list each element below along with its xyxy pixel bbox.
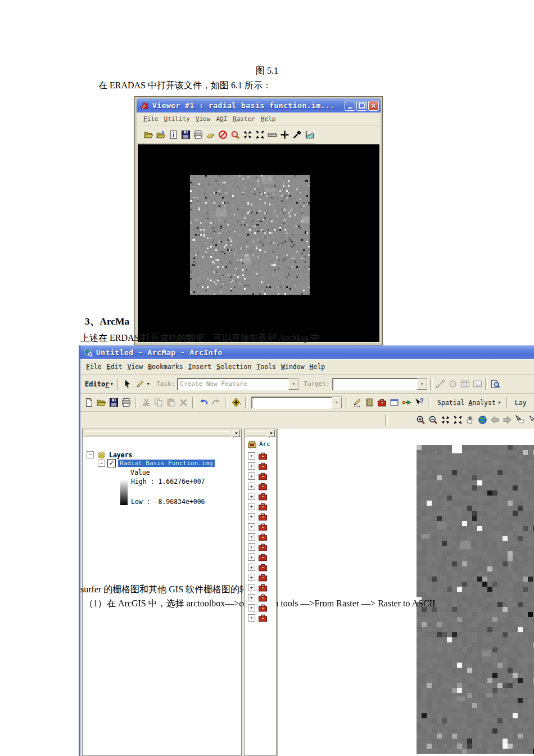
toolbox-icon[interactable] [257,592,268,603]
fixed-zoom-in-icon[interactable] [440,415,451,425]
pan-hand-icon[interactable] [465,415,476,425]
menu-bookmarks[interactable]: Bookmarks [148,363,183,371]
toolbox-icon[interactable] [257,613,268,623]
menu-help[interactable]: Help [261,115,276,123]
erdas-titlebar[interactable]: Viewer #1 : radial basis function.im... … [137,98,381,112]
menu-selection[interactable]: Selection [216,363,251,371]
delete-x-icon[interactable] [178,397,189,408]
menu-edit[interactable]: Edit [107,363,123,371]
toolbox-icon[interactable] [257,511,268,522]
combo-dropdown-icon[interactable]: ▼ [417,379,427,390]
toolbox-icon[interactable] [257,572,268,583]
toolbox-icon[interactable] [257,521,268,532]
menu-view[interactable]: View [127,363,143,371]
profile-chart-icon[interactable] [304,129,315,140]
toolbox-icon[interactable] [257,481,268,492]
map-display-area[interactable] [277,429,534,756]
layers-root-label[interactable]: Layers [109,451,133,459]
cut-scissors-icon[interactable] [141,397,152,408]
editor-pencil-icon[interactable] [352,397,363,408]
erdas-viewer-canvas[interactable] [138,144,379,342]
fixed-zoom-out-icon[interactable] [255,129,265,140]
arccatalog-cabinet-icon[interactable] [364,397,375,408]
no-zoom-icon[interactable] [218,129,228,140]
folder-new-icon[interactable] [156,129,166,140]
command-window-icon[interactable] [389,397,400,408]
add-data-icon[interactable] [231,397,242,408]
combo-dropdown-icon[interactable]: ▼ [332,397,342,408]
toolbox-icon[interactable] [257,532,268,542]
expand-toggle[interactable]: + [248,584,255,591]
toolbox-icon[interactable] [257,451,268,461]
editor-menu-button[interactable]: Editor [85,380,109,388]
find-magnifier-icon[interactable] [490,379,501,389]
toc-grip[interactable]: × [83,429,241,437]
sketch-image-icon[interactable] [472,379,483,389]
toolbox-icon[interactable] [257,542,268,552]
expand-toggle[interactable]: + [248,533,255,541]
menu-tools[interactable]: Tools [256,363,276,371]
menu-help[interactable]: Help [310,363,325,371]
select-features-icon[interactable] [514,415,525,425]
expand-toggle[interactable]: + [248,543,255,551]
save-floppy-icon[interactable] [180,129,191,140]
menu-raster[interactable]: Raster [233,115,255,123]
maximize-button[interactable] [356,101,367,111]
circle-tool-icon[interactable] [447,379,458,389]
arctoolbox-box-icon[interactable] [377,397,387,408]
midpoint-cross-icon[interactable] [435,379,446,389]
modelbuilder-icon[interactable] [401,397,412,408]
expand-toggle[interactable]: + [248,513,255,520]
tools-hammer-icon[interactable] [292,129,302,140]
menu-file[interactable]: File [143,115,159,123]
spatial-analyst-button[interactable]: Spatial Analyst [437,399,496,407]
menu-view[interactable]: View [196,115,211,123]
redo-arrow-icon[interactable] [211,397,221,408]
select-elements-icon[interactable] [527,415,534,425]
menu-aoi[interactable]: AOI [216,115,227,123]
layer-name[interactable]: Radial Basis Function.img [118,460,215,467]
collapse-toggle[interactable]: − [87,451,94,458]
zoom-out-mag-icon[interactable] [428,415,438,425]
arcmap-titlebar[interactable]: Untitled - ArcMap - ArcInfo [80,345,534,359]
fixed-zoom-out-icon[interactable] [452,415,463,425]
close-button[interactable]: × [368,101,379,111]
open-folder-icon[interactable] [96,397,107,408]
expand-toggle[interactable]: + [248,493,255,500]
new-doc-icon[interactable] [84,397,94,408]
menu-utility[interactable]: Utility [164,115,190,123]
expand-toggle[interactable]: + [248,554,255,561]
edit-arrow-icon[interactable] [123,379,133,389]
scale-combobox[interactable]: ▼ [251,397,342,409]
layer-checkbox[interactable]: ✓ [107,459,116,467]
save-floppy-icon[interactable] [108,397,119,408]
toolbox-icon[interactable] [257,501,268,512]
undo-arrow-icon[interactable] [198,397,209,408]
fixed-zoom-in-icon[interactable] [242,129,253,140]
printer-icon[interactable] [121,397,132,408]
full-extent-globe-icon[interactable] [477,415,488,425]
menu-file[interactable]: File [86,363,102,371]
expand-toggle[interactable]: + [248,574,255,581]
back-arrow-icon[interactable] [490,415,500,425]
toolbox-icon[interactable] [257,582,268,593]
query-find-icon[interactable] [230,129,241,140]
expand-toggle[interactable]: + [248,604,255,611]
copy-pages-icon[interactable] [153,397,164,408]
menu-window[interactable]: Window [281,363,305,371]
whats-this-icon[interactable] [414,397,424,408]
crosshair-icon[interactable] [279,129,290,140]
paste-clipboard-icon[interactable] [166,397,177,408]
forward-arrow-icon[interactable] [502,415,513,425]
collapse-toggle[interactable]: − [98,460,105,467]
attributes-table-icon[interactable] [460,379,470,389]
toolbox-icon[interactable] [257,552,268,562]
open-folder-icon[interactable] [143,129,154,140]
task-combobox[interactable]: Create New Feature▼ [177,378,299,390]
toolbox-icon[interactable] [257,461,268,471]
eraser-icon[interactable] [205,129,216,140]
arctoolbox-root-label[interactable]: Arc [259,440,270,448]
expand-toggle[interactable]: + [248,472,255,480]
menu-insert[interactable]: Insert [188,363,211,371]
expand-toggle[interactable]: + [248,483,255,490]
